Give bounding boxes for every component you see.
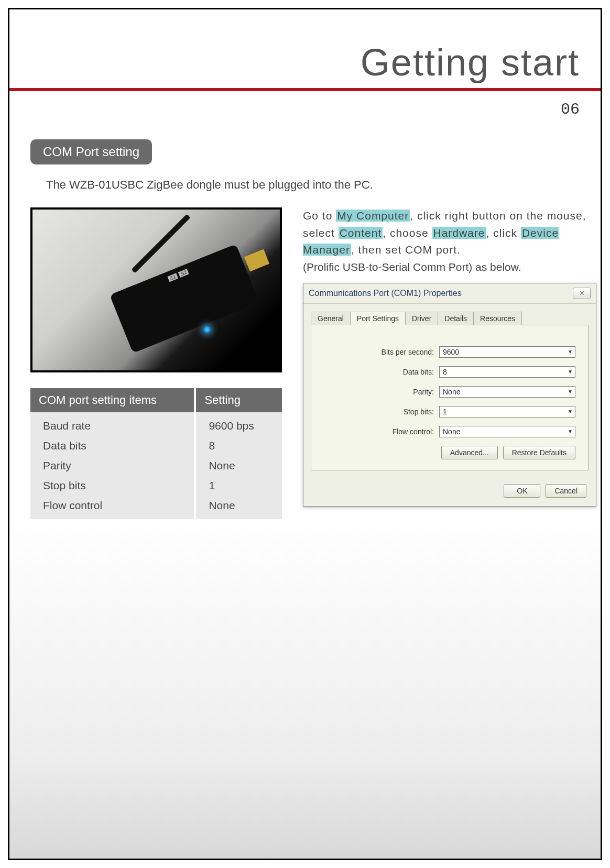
- parity-value: None: [443, 388, 460, 396]
- bps-label: Bits per second:: [324, 348, 439, 356]
- databits-value: 8: [443, 368, 447, 376]
- field-row-databits: Data bits: 8 ▼: [324, 366, 575, 378]
- restore-defaults-button[interactable]: Restore Defaults: [503, 446, 575, 459]
- dongle-led-icon: [203, 326, 211, 333]
- col-header-setting: Setting: [195, 388, 282, 412]
- field-row-flow: Flow control: None ▼: [324, 426, 575, 437]
- dialog-title: Communications Port (COM1) Properties: [309, 289, 462, 298]
- inner-button-row: Advanced... Restore Defaults: [324, 446, 575, 459]
- setting-item: Baud rate: [30, 412, 195, 436]
- table-row: Data bits 8: [30, 436, 282, 456]
- stopbits-select[interactable]: 1 ▼: [439, 406, 575, 417]
- instr-text: , click: [486, 227, 521, 239]
- advanced-button[interactable]: Advanced...: [441, 446, 498, 459]
- stopbits-label: Stop bits:: [324, 408, 439, 416]
- switch-s1: S1: [167, 273, 178, 282]
- setting-item: Flow control: [30, 496, 195, 519]
- instr-text: , choose: [383, 227, 432, 239]
- field-row-bps: Bits per second: 9600 ▼: [324, 346, 575, 358]
- setting-value: 9600 bps: [195, 412, 282, 436]
- header-area: Getting start: [9, 9, 601, 84]
- chevron-down-icon: ▼: [568, 349, 573, 355]
- flow-select[interactable]: None ▼: [439, 426, 575, 437]
- dongle-photo: S1 S2: [30, 207, 282, 372]
- databits-select[interactable]: 8 ▼: [439, 366, 575, 378]
- stopbits-value: 1: [443, 408, 447, 416]
- field-row-parity: Parity: None ▼: [324, 386, 575, 398]
- switch-s2: S2: [178, 269, 189, 278]
- tab-general[interactable]: General: [311, 312, 351, 325]
- dialog-body: General Port Settings Driver Details Res…: [303, 304, 596, 478]
- close-button[interactable]: ✕: [573, 288, 591, 299]
- dongle-switch-labels: S1 S2: [167, 269, 189, 282]
- two-column-layout: S1 S2 COM port setting items Setting: [30, 207, 580, 519]
- tab-driver[interactable]: Driver: [405, 312, 438, 325]
- intro-text: The WZB-01USBC ZigBee dongle must be plu…: [46, 178, 580, 192]
- title-divider: [9, 88, 601, 91]
- tab-port-settings[interactable]: Port Settings: [350, 312, 406, 325]
- instr-text: , then set COM port.: [351, 244, 461, 256]
- table-row: Parity None: [30, 456, 282, 476]
- dialog-tabs: General Port Settings Driver Details Res…: [311, 311, 589, 325]
- chevron-down-icon: ▼: [568, 409, 573, 414]
- highlight-content: Content: [339, 227, 383, 239]
- table-row: Stop bits 1: [30, 476, 282, 496]
- tab-details[interactable]: Details: [438, 312, 474, 325]
- databits-label: Data bits:: [324, 368, 439, 376]
- content-area: COM Port setting The WZB-01USBC ZigBee d…: [9, 118, 601, 519]
- ok-button[interactable]: OK: [504, 484, 540, 498]
- tab-resources[interactable]: Resources: [473, 312, 522, 325]
- bps-select[interactable]: 9600 ▼: [439, 346, 575, 358]
- antenna-tip: [244, 249, 269, 272]
- chevron-down-icon: ▼: [568, 389, 573, 394]
- close-icon: ✕: [579, 289, 585, 297]
- sub-note: (Prolific USB-to-Serial Comm Port) as be…: [303, 261, 596, 273]
- instructions-paragraph: Go to My Computer, click right button on…: [303, 207, 596, 259]
- right-column: Go to My Computer, click right button on…: [303, 207, 596, 519]
- setting-item: Stop bits: [30, 476, 195, 496]
- table-row: Flow control None: [30, 496, 282, 519]
- flow-label: Flow control:: [324, 427, 439, 436]
- dialog-titlebar: Communications Port (COM1) Properties ✕: [303, 283, 596, 304]
- highlight-my-computer: My Computer: [336, 210, 410, 222]
- dialog-footer: OK Cancel: [303, 478, 596, 506]
- tab-panel-port-settings: Bits per second: 9600 ▼ Data bits: 8: [311, 325, 589, 470]
- cancel-button[interactable]: Cancel: [546, 484, 586, 498]
- instr-text: Go to: [303, 210, 336, 222]
- page-frame: Getting start 06 COM Port setting The WZ…: [8, 8, 602, 860]
- page-number: 06: [9, 101, 601, 118]
- settings-table: COM port setting items Setting Baud rate…: [30, 388, 282, 519]
- col-header-items: COM port setting items: [30, 388, 195, 412]
- properties-dialog: Communications Port (COM1) Properties ✕ …: [303, 283, 596, 507]
- setting-value: None: [195, 496, 282, 519]
- page-title: Getting start: [9, 41, 580, 84]
- flow-value: None: [443, 427, 460, 436]
- table-row: Baud rate 9600 bps: [30, 412, 282, 436]
- setting-value: None: [195, 456, 282, 476]
- setting-item: Data bits: [30, 436, 195, 456]
- chevron-down-icon: ▼: [568, 369, 573, 375]
- setting-value: 1: [195, 476, 282, 496]
- setting-item: Parity: [30, 456, 195, 476]
- field-row-stopbits: Stop bits: 1 ▼: [324, 406, 575, 417]
- table-header-row: COM port setting items Setting: [30, 388, 282, 412]
- setting-value: 8: [195, 436, 282, 456]
- section-label: COM Port setting: [30, 139, 152, 164]
- chevron-down-icon: ▼: [568, 428, 573, 434]
- bps-value: 9600: [443, 348, 459, 356]
- highlight-hardware: Hardware: [432, 227, 486, 239]
- left-column: S1 S2 COM port setting items Setting: [30, 207, 282, 519]
- parity-label: Parity:: [324, 388, 439, 396]
- parity-select[interactable]: None ▼: [439, 386, 575, 398]
